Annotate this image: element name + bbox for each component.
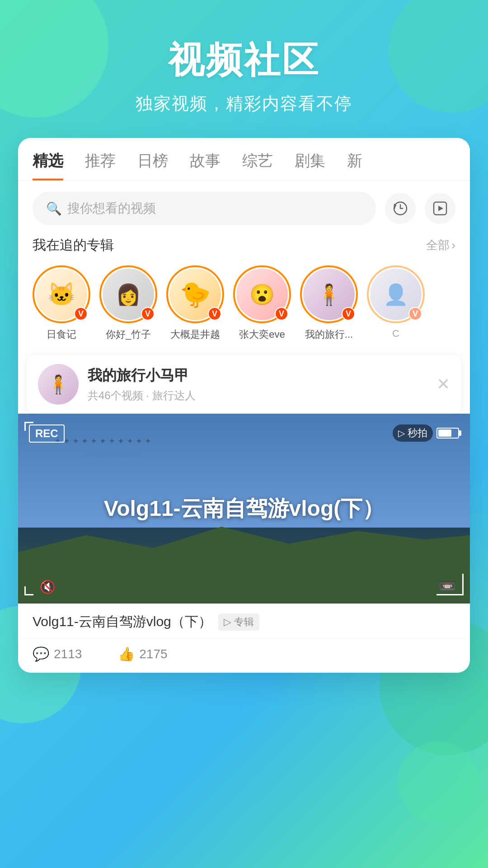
following-title: 我在追的专辑 [33, 236, 114, 255]
avatar-ring: 👤 V [367, 265, 425, 323]
likes-icon: 👍 [118, 646, 135, 662]
header: 视频社区 独家视频，精彩内容看不停 [0, 0, 488, 138]
avatar-name: 大概是井越 [170, 328, 220, 341]
popup-title: 我的旅行小马甲 [88, 366, 196, 386]
video-title-row: Volg11-云南自驾游vlog（下） ▷ 专辑 [33, 613, 455, 631]
comments-count: 2113 [54, 647, 82, 661]
popup-subtitle: 共46个视频 · 旅行达人 [88, 388, 196, 403]
zhuanji-label: 专辑 [234, 615, 254, 629]
popup-avatar: 🧍 [38, 364, 79, 405]
avatar-item-zhuzhu[interactable]: 👩 V 你好_竹子 [99, 265, 157, 341]
avatar-item-partial[interactable]: 👤 V C [367, 265, 425, 341]
likes-count: 2175 [139, 647, 167, 661]
following-header: 我在追的专辑 全部 › [33, 236, 455, 255]
zhuanji-badge[interactable]: ▷ 专辑 [218, 613, 259, 631]
v-badge: V [141, 307, 155, 321]
popup-card: 🧍 我的旅行小马甲 共46个视频 · 旅行达人 ✕ [27, 355, 461, 414]
search-input-placeholder: 搜你想看的视频 [67, 200, 156, 217]
video-player[interactable]: ✦ ✦ ✦ ✦ ✦ ✦ ✦ ✦ ✦ ✦ ✦ · · · · · · · · · … [18, 414, 470, 604]
video-mountain [18, 518, 470, 604]
video-info: Volg11-云南自驾游vlog（下） ▷ 专辑 [18, 604, 470, 638]
avatar-ring: 👩 V [99, 265, 157, 323]
avatar-item-jingyue[interactable]: 🐤 V 大概是井越 [166, 265, 224, 341]
video-playlist-button[interactable] [425, 193, 455, 224]
avatar-ring: 🐤 V [166, 265, 224, 323]
tab-tuijian[interactable]: 推荐 [85, 151, 116, 180]
tab-jingxuan[interactable]: 精选 [33, 151, 63, 180]
top-right-controls: ▷ 秒拍 [393, 425, 459, 442]
avatar-ring: 🧍 V [300, 265, 358, 323]
svg-marker-2 [438, 206, 443, 211]
video-birds: ✦ ✦ ✦ ✦ ✦ ✦ ✦ ✦ ✦ ✦ ✦ [54, 436, 151, 446]
avatar-name: 我的旅行... [305, 328, 353, 341]
tab-ribang[interactable]: 日榜 [137, 151, 168, 180]
avatar-item-lvxing[interactable]: 🧍 V 我的旅行... [300, 265, 358, 341]
following-all-button[interactable]: 全部 › [426, 237, 455, 253]
following-section: 我在追的专辑 全部 › 🐱 V 日食记 👩 V 你好_竹子 [18, 236, 470, 350]
avatar-ring: 🐱 V [33, 265, 90, 323]
likes-stat[interactable]: 👍 2175 [118, 646, 167, 662]
battery-fill [438, 429, 451, 437]
avatar-name: 你好_竹子 [106, 328, 151, 341]
avatar-item-rishiji[interactable]: 🐱 V 日食记 [33, 265, 90, 341]
corner-bl [24, 586, 33, 595]
avatar-name: C [392, 328, 399, 340]
blob-decoration-br2 [398, 741, 479, 823]
rec-badge: REC [29, 425, 65, 443]
v-badge: V [342, 307, 355, 321]
v-badge: V [408, 307, 422, 321]
battery-icon [436, 428, 459, 439]
v-badge: V [208, 307, 221, 321]
tab-juji[interactable]: 剧集 [295, 151, 325, 180]
tab-zongyi[interactable]: 综艺 [242, 151, 273, 180]
chevron-right-icon: › [451, 238, 455, 252]
comments-stat[interactable]: 💬 2113 [33, 646, 82, 662]
popup-info: 我的旅行小马甲 共46个视频 · 旅行达人 [88, 366, 196, 403]
tab-new[interactable]: 新 [347, 151, 362, 180]
v-badge: V [275, 307, 288, 321]
play-icon: ▷ [224, 616, 231, 628]
search-icon: 🔍 [46, 201, 62, 216]
main-card: 精选 推荐 日榜 故事 综艺 剧集 新 🔍 搜你想看的视频 [18, 138, 470, 673]
video-title-overlay: Volg11-云南自驾游vlog(下） [104, 494, 384, 523]
search-section: 🔍 搜你想看的视频 [18, 181, 470, 236]
v-badge: V [74, 307, 88, 321]
avatar-list: 🐱 V 日食记 👩 V 你好_竹子 🐤 V 大概是井越 [33, 265, 455, 341]
volume-icon[interactable]: 🔇 [40, 580, 56, 594]
video-stats: 💬 2113 👍 2175 [18, 638, 470, 673]
video-birds2: · · · · · · · · · · · · · · · · [86, 452, 141, 459]
video-title: Volg11-云南自驾游vlog（下） [33, 613, 212, 631]
miao-badge: ▷ 秒拍 [393, 425, 433, 442]
cassette-icon: 📼 [438, 577, 456, 594]
popup-close-button[interactable]: ✕ [436, 375, 450, 394]
tab-gushi[interactable]: 故事 [190, 151, 221, 180]
avatar-name: 日食记 [47, 328, 76, 341]
avatar-name: 张大奕eve [239, 328, 285, 341]
history-button[interactable] [385, 193, 416, 224]
comments-icon: 💬 [33, 646, 49, 662]
page-title: 视频社区 [0, 36, 488, 85]
search-bar[interactable]: 🔍 搜你想看的视频 [33, 192, 376, 225]
avatar-ring: 😮 V [233, 265, 291, 323]
tab-bar: 精选 推荐 日榜 故事 综艺 剧集 新 [18, 138, 470, 181]
page-subtitle: 独家视频，精彩内容看不停 [0, 92, 488, 115]
avatar-item-zhangdayi[interactable]: 😮 V 张大奕eve [233, 265, 291, 341]
